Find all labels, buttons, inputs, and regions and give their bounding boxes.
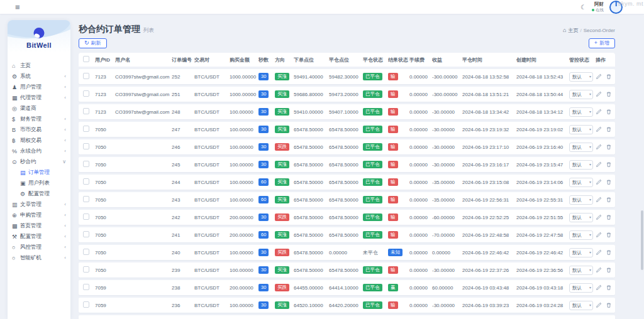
- dark-mode-icon[interactable]: ☾: [580, 4, 586, 11]
- delete-icon[interactable]: [606, 179, 612, 185]
- cell-profit: -30.00000: [432, 303, 462, 308]
- edit-icon[interactable]: [596, 214, 602, 220]
- sidebar-item-期权交易[interactable]: ฿期权交易‹: [8, 135, 70, 146]
- edit-icon[interactable]: [596, 197, 602, 203]
- row-checkbox[interactable]: [83, 231, 89, 237]
- control-status-select[interactable]: 默认: [569, 230, 593, 240]
- chevron-left-icon: ‹: [64, 223, 66, 229]
- menu-toggle-icon[interactable]: ≡: [15, 3, 20, 11]
- row-checkbox[interactable]: [83, 249, 89, 255]
- close-status-badge: 已平仓: [363, 231, 382, 239]
- edit-icon[interactable]: [596, 232, 602, 238]
- delete-icon[interactable]: [606, 249, 612, 256]
- cell-pair: BTC/USDT: [194, 74, 230, 80]
- sidebar-item-配置管理[interactable]: ⚒配置管理‹: [8, 231, 70, 242]
- edit-icon[interactable]: [596, 267, 602, 273]
- row-checkbox[interactable]: [83, 161, 89, 167]
- row-checkbox[interactable]: [83, 73, 89, 79]
- cell-amount: 100.00000: [230, 197, 258, 203]
- row-checkbox[interactable]: [83, 108, 89, 114]
- row-checkbox[interactable]: [83, 196, 89, 202]
- edit-icon[interactable]: [596, 179, 602, 185]
- row-checkbox[interactable]: [83, 126, 89, 132]
- risk-icon: ○: [12, 244, 20, 251]
- sidebar-item-用户列表[interactable]: ▣用户列表: [8, 178, 70, 188]
- delete-icon[interactable]: [606, 91, 612, 97]
- direction-badge: 买涨: [275, 266, 289, 274]
- cell-order-no: 252: [172, 74, 194, 80]
- edit-icon[interactable]: [596, 91, 602, 97]
- select-all-checkbox[interactable]: [83, 56, 89, 62]
- sidebar-item-智能矿机[interactable]: ○智能矿机‹: [8, 252, 70, 263]
- sidebar-item-首页管理[interactable]: ▩首页管理‹: [8, 220, 70, 231]
- sidebar-item-代理管理[interactable]: ▦代理管理‹: [8, 92, 70, 103]
- delete-icon[interactable]: [606, 144, 612, 150]
- edit-icon[interactable]: [596, 249, 602, 256]
- sidebar-item-配置管理[interactable]: ⚙配置管理: [8, 188, 70, 199]
- row-checkbox[interactable]: [83, 301, 89, 308]
- target-icon: ⊙: [12, 159, 20, 165]
- sidebar-item-系统[interactable]: ⚙系统‹: [8, 71, 70, 82]
- add-button[interactable]: + 新增: [589, 38, 615, 48]
- delete-icon[interactable]: [606, 302, 612, 308]
- sidebar-item-风控管理[interactable]: ○风控管理‹: [8, 242, 70, 252]
- edit-icon[interactable]: [596, 109, 602, 115]
- control-status-select[interactable]: 默认: [569, 178, 593, 187]
- homepage-icon: ▩: [12, 223, 20, 229]
- seconds-badge: 30: [258, 249, 269, 256]
- delete-icon[interactable]: [606, 161, 612, 168]
- edit-icon[interactable]: [596, 144, 602, 150]
- sidebar-item-申购管理[interactable]: ⊕申购管理‹: [8, 210, 70, 220]
- delete-icon[interactable]: [606, 73, 612, 80]
- sidebar-item-币币交易[interactable]: B币币交易‹: [8, 124, 70, 135]
- sidebar-item-永续合约[interactable]: %永续合约‹: [8, 146, 70, 156]
- control-status-select[interactable]: 默认: [569, 213, 593, 222]
- row-checkbox[interactable]: [83, 90, 89, 97]
- row-checkbox[interactable]: [83, 178, 89, 185]
- sidebar-item-财务管理[interactable]: $财务管理‹: [8, 114, 70, 124]
- cell-close-time: 2024-06-19 03:39:23: [462, 303, 516, 308]
- sidebar-item-渠道商[interactable]: ◎渠道商: [8, 103, 70, 114]
- control-status-select[interactable]: 默认: [569, 283, 593, 293]
- control-status-select[interactable]: 默认: [569, 301, 593, 310]
- cell-actions: [596, 144, 615, 150]
- delete-icon[interactable]: [606, 284, 612, 291]
- edit-icon[interactable]: [596, 284, 602, 291]
- column-header: 秒数: [258, 57, 275, 63]
- chevron-left-icon: ‹: [64, 212, 66, 218]
- control-status-select[interactable]: 默认: [569, 90, 593, 99]
- delete-icon[interactable]: [606, 232, 612, 238]
- delete-icon[interactable]: [606, 197, 612, 203]
- sidebar-item-订单管理[interactable]: ▤订单管理: [8, 167, 70, 178]
- control-status-select[interactable]: 默认: [569, 266, 593, 275]
- delete-icon[interactable]: [606, 214, 612, 220]
- refresh-button[interactable]: ↻ 刷新: [79, 38, 107, 48]
- row-checkbox[interactable]: [83, 266, 89, 273]
- scrollbar-thumb[interactable]: [641, 210, 643, 270]
- page-title: 秒合约订单管理: [79, 24, 140, 34]
- control-status-select[interactable]: 默认: [569, 143, 593, 152]
- sidebar-item-用户管理[interactable]: ♟用户管理‹: [8, 82, 70, 92]
- sidebar-item-主页[interactable]: ⌂主页: [8, 60, 70, 71]
- cell-profit: 0.00000: [432, 250, 462, 256]
- sidebar-item-文章管理[interactable]: ▥文章管理‹: [8, 199, 70, 210]
- delete-icon[interactable]: [606, 267, 612, 273]
- sidebar-item-秒合约[interactable]: ⊙秒合约∨: [8, 156, 70, 167]
- user-block[interactable]: 阿财 在线: [592, 2, 604, 12]
- edit-icon[interactable]: [596, 73, 602, 80]
- control-status-select[interactable]: 默认: [569, 107, 593, 117]
- edit-icon[interactable]: [596, 126, 602, 132]
- control-status-select[interactable]: 默认: [569, 248, 593, 257]
- delete-icon[interactable]: [606, 109, 612, 115]
- row-checkbox[interactable]: [83, 214, 89, 220]
- control-status-select[interactable]: 默认: [569, 160, 593, 170]
- delete-icon[interactable]: [606, 126, 612, 132]
- breadcrumb-home[interactable]: 主页: [569, 27, 579, 34]
- row-checkbox[interactable]: [83, 284, 89, 290]
- edit-icon[interactable]: [596, 161, 602, 168]
- control-status-select[interactable]: 默认: [569, 195, 593, 205]
- edit-icon[interactable]: [596, 302, 602, 308]
- row-checkbox[interactable]: [83, 143, 89, 149]
- control-status-select[interactable]: 默认: [569, 125, 593, 134]
- control-status-select[interactable]: 默认: [569, 72, 593, 82]
